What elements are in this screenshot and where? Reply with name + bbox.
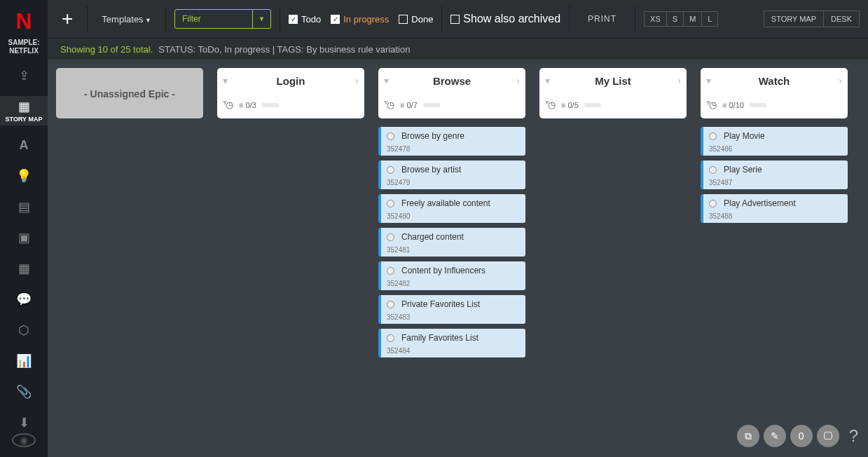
size-m[interactable]: M <box>684 11 702 27</box>
status-bar: Showing 10 of 25 total. STATUS: ToDo, In… <box>48 39 868 60</box>
epic-meta: 0/5 <box>548 100 678 110</box>
epic-meta: 0/3 <box>226 100 356 110</box>
story-card[interactable]: Play Serie352487 <box>701 161 848 189</box>
progress-bar <box>584 103 601 107</box>
chevron-right-icon[interactable]: › <box>355 75 359 86</box>
epic-header[interactable]: ▾›▾Watch0/10 <box>701 68 848 118</box>
chevron-right-icon[interactable]: › <box>516 75 520 86</box>
chevron-down-icon[interactable]: ▾ <box>545 97 549 107</box>
nav-item-calendar[interactable]: ▦ <box>0 258 48 279</box>
size-xs[interactable]: XS <box>644 11 667 27</box>
card-id: 352482 <box>387 280 520 287</box>
column: ▾›▾Login0/3 <box>217 68 364 118</box>
card-title: Private Favorites List <box>401 299 520 309</box>
progress-bar <box>750 103 766 107</box>
epic-title: Login <box>226 75 356 87</box>
card-title: Family Favorites List <box>401 333 520 343</box>
epic-header[interactable]: ▾›▾Browse0/7 <box>378 68 525 118</box>
story-card[interactable]: Browse by artist352479 <box>378 161 525 189</box>
chevron-down-icon[interactable]: ▾ <box>223 97 227 107</box>
card-title: Charged content <box>401 232 520 242</box>
story-card[interactable]: Freely available content352480 <box>378 194 525 223</box>
view-toggle: STORY MAP DESK <box>764 11 860 27</box>
checkbox-done[interactable]: Done <box>399 14 433 25</box>
chevron-left-icon[interactable]: ▾ <box>223 75 228 86</box>
view-storymap[interactable]: STORY MAP <box>764 11 824 27</box>
status-dot-icon <box>387 200 394 207</box>
epic-count: 0/7 <box>400 101 418 109</box>
nav-item-intake[interactable]: ⇪ <box>0 65 48 86</box>
status-filters: STATUS: ToDo, In progress | TAGS: By bus… <box>158 44 410 55</box>
chevron-left-icon[interactable]: ▾ <box>384 75 389 86</box>
card-id: 352484 <box>387 347 520 355</box>
nav-item-download[interactable]: ⬇ <box>0 412 48 433</box>
checkbox-inprogress[interactable]: In progress <box>331 14 389 25</box>
floating-actions: ⧉ ✎ 0 🖵 ? <box>737 425 858 447</box>
fab-edit[interactable]: ✎ <box>764 425 786 447</box>
help-icon[interactable]: ? <box>849 426 858 446</box>
chevron-right-icon[interactable]: › <box>677 75 681 86</box>
nav-item-comments[interactable]: 💬 <box>0 289 48 310</box>
epic-header[interactable]: ▾›▾Login0/3 <box>217 68 364 118</box>
epic-header[interactable]: ▾›▾My List0/5 <box>539 68 687 118</box>
nav-item-storymap[interactable]: ▦STORY MAP <box>0 96 48 125</box>
filter-dropdown-icon[interactable]: ▼ <box>252 10 270 28</box>
chevron-right-icon[interactable]: › <box>839 75 842 86</box>
logo[interactable]: N <box>15 8 32 34</box>
status-showing: Showing 10 of 25 total. <box>60 44 153 55</box>
card-id: 352488 <box>709 212 842 220</box>
epic-count: 0/10 <box>722 101 744 109</box>
story-card[interactable]: Private Favorites List352483 <box>378 295 525 324</box>
record-button[interactable]: ◉ <box>12 433 36 447</box>
board[interactable]: - Unassigned Epic -▾›▾Login0/3▾›▾Browse0… <box>48 60 868 457</box>
card-id: 352478 <box>387 145 520 153</box>
story-card[interactable]: Play Movie352486 <box>701 127 848 156</box>
epic-title: My List <box>548 75 678 87</box>
progress-bar <box>423 103 440 107</box>
templates-dropdown[interactable]: Templates <box>96 14 157 25</box>
card-title: Play Advertisement <box>724 198 842 208</box>
add-button[interactable]: + <box>56 8 78 30</box>
status-dot-icon <box>387 301 394 308</box>
chevron-left-icon[interactable]: ▾ <box>545 75 550 86</box>
chevron-left-icon[interactable]: ▾ <box>706 75 711 86</box>
card-id: 352481 <box>387 246 520 254</box>
epic-header[interactable]: - Unassigned Epic - <box>56 68 203 118</box>
view-desk[interactable]: DESK <box>824 11 860 27</box>
nav-item-briefcase[interactable]: ▣ <box>0 227 48 248</box>
status-dot-icon <box>387 267 394 275</box>
story-card[interactable]: Browse by genre352478 <box>378 127 525 156</box>
story-card[interactable]: Play Advertisement352488 <box>701 194 848 223</box>
story-card[interactable]: Charged content352481 <box>378 228 525 257</box>
nav-item-roadmap[interactable]: A <box>0 135 48 156</box>
nav-item-share[interactable]: ⬡ <box>0 320 48 341</box>
status-dot-icon <box>387 334 394 342</box>
size-s[interactable]: S <box>667 11 684 27</box>
status-dot-icon <box>387 233 394 241</box>
checkbox-todo[interactable]: Todo <box>289 14 321 25</box>
size-l[interactable]: L <box>702 11 718 27</box>
chevron-down-icon[interactable]: ▾ <box>706 97 710 107</box>
fab-display[interactable]: 🖵 <box>817 425 839 447</box>
card-id: 352486 <box>709 145 842 153</box>
epic-title: Browse <box>387 75 517 87</box>
status-dot-icon <box>709 200 717 207</box>
story-card[interactable]: Family Favorites List352484 <box>378 329 525 357</box>
card-id: 352480 <box>387 212 520 220</box>
nav-item-stats[interactable]: 📊 <box>0 350 48 371</box>
nav-item-ideas[interactable]: 💡 <box>0 165 48 186</box>
fab-copy[interactable]: ⧉ <box>737 425 759 447</box>
chevron-down-icon[interactable]: ▾ <box>384 97 388 107</box>
story-card[interactable]: Content by Influencers352482 <box>378 261 525 290</box>
checkbox-archived[interactable]: Show also archived <box>450 13 560 25</box>
filter-input[interactable] <box>175 10 252 28</box>
card-title: Browse by artist <box>401 165 520 175</box>
fab-count[interactable]: 0 <box>790 425 813 447</box>
nav-item-attach[interactable]: 📎 <box>0 381 48 402</box>
nav-item-list[interactable]: ▤ <box>0 196 48 217</box>
print-button[interactable]: PRINT <box>578 14 626 24</box>
card-id: 352479 <box>387 179 520 186</box>
left-rail: N SAMPLE: NETFLIX ⇪ ▦STORY MAP A 💡 ▤ ▣ ▦… <box>0 0 48 457</box>
progress-bar <box>262 103 279 107</box>
epic-title: Watch <box>709 75 839 87</box>
